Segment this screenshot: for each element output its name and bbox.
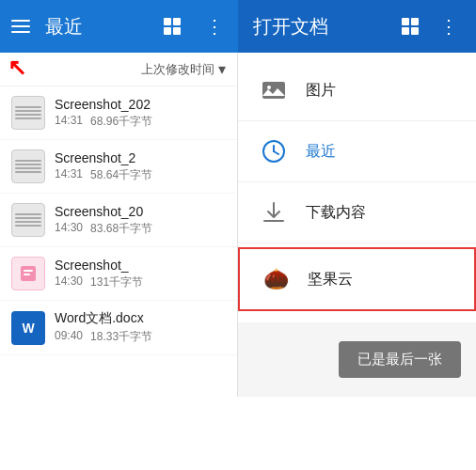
file-list: Screenshot_202 14:31 68.96千字节: [0, 86, 237, 397]
menu-item-nutcloud[interactable]: 🌰 坚果云: [238, 247, 476, 311]
bottom-section: 已是最后一张: [238, 322, 476, 397]
file-name: Screenshot_2: [55, 150, 226, 165]
menu-item-recent[interactable]: 最近: [238, 121, 476, 182]
menu-item-downloads-label: 下载内容: [306, 203, 366, 223]
file-size: 68.96千字节: [90, 114, 152, 130]
clock-icon: [257, 134, 291, 168]
svg-rect-1: [24, 270, 33, 272]
file-size: 58.64千字节: [90, 167, 152, 183]
file-thumbnail: [11, 203, 45, 237]
nut-cloud-icon: 🌰: [259, 262, 293, 296]
file-name: Screenshot_20: [55, 204, 226, 219]
file-thumbnail: [11, 96, 45, 130]
file-name: Word文档.docx: [55, 310, 226, 327]
list-item[interactable]: Screenshot_ 14:30 131千字节: [0, 247, 237, 301]
right-panel-title: 打开文档: [253, 14, 386, 39]
file-info: Screenshot_202 14:31 68.96千字节: [55, 97, 226, 130]
red-arrow-annotation: ↖: [8, 55, 26, 81]
file-time: 14:30: [55, 221, 83, 237]
sort-dropdown-icon[interactable]: ▾: [218, 60, 226, 78]
menu-list: 图片 最近: [238, 53, 476, 322]
file-thumbnail: W: [11, 311, 45, 345]
file-name: Screenshot_202: [55, 97, 226, 112]
top-bar: 最近 ⋮ 打开文档 ⋮: [0, 0, 476, 53]
download-icon: [257, 196, 291, 229]
file-meta: 14:31 58.64千字节: [55, 167, 226, 183]
file-meta: 14:30 131千字节: [55, 274, 226, 290]
file-info: Word文档.docx 09:40 18.33千字节: [55, 310, 226, 345]
sort-label: 上次修改时间: [141, 61, 214, 78]
more-options-icon[interactable]: ⋮: [200, 13, 227, 39]
list-item[interactable]: Screenshot_20 14:30 83.68千字节: [0, 194, 237, 247]
list-item[interactable]: W Word文档.docx 09:40 18.33千字节: [0, 301, 237, 355]
menu-item-recent-label: 最近: [306, 142, 336, 162]
file-meta: 09:40 18.33千字节: [55, 329, 226, 345]
menu-item-images-label: 图片: [306, 81, 336, 101]
list-item[interactable]: Screenshot_202 14:31 68.96千字节: [0, 86, 237, 140]
file-size: 18.33千字节: [90, 329, 152, 345]
file-time: 14:30: [55, 274, 83, 290]
file-info: Screenshot_20 14:30 83.68千字节: [55, 204, 226, 237]
right-panel: 图片 最近: [238, 53, 476, 397]
left-top-bar: 最近 ⋮: [0, 0, 238, 53]
file-name: Screenshot_: [55, 258, 226, 273]
file-meta: 14:31 68.96千字节: [55, 114, 226, 130]
file-time: 14:31: [55, 114, 83, 130]
file-thumbnail: [11, 257, 45, 290]
word-icon-letter: W: [22, 321, 34, 336]
left-panel: 上次修改时间 ▾ Screenshot_: [0, 53, 238, 397]
svg-rect-2: [24, 274, 30, 275]
list-item[interactable]: Screenshot_2 14:31 58.64千字节: [0, 140, 237, 194]
file-meta: 14:30 83.68千字节: [55, 221, 226, 237]
file-time: 14:31: [55, 167, 83, 183]
file-size: 83.68千字节: [90, 221, 152, 237]
main-content: 上次修改时间 ▾ Screenshot_: [0, 53, 476, 397]
file-time: 09:40: [55, 329, 83, 345]
svg-rect-3: [262, 82, 285, 99]
right-top-bar: 打开文档 ⋮: [238, 0, 476, 53]
file-size: 131千字节: [90, 274, 143, 290]
left-panel-title: 最近: [45, 14, 144, 39]
svg-point-4: [267, 86, 271, 89]
image-icon: [257, 73, 291, 107]
right-more-options-icon[interactable]: ⋮: [435, 13, 461, 39]
done-button[interactable]: 已是最后一张: [339, 341, 461, 378]
file-info: Screenshot_ 14:30 131千字节: [55, 258, 226, 290]
file-thumbnail: [11, 149, 45, 183]
menu-item-downloads[interactable]: 下载内容: [238, 182, 476, 243]
file-info: Screenshot_2 14:31 58.64千字节: [55, 150, 226, 183]
sort-bar[interactable]: 上次修改时间 ▾: [0, 53, 237, 86]
menu-item-images[interactable]: 图片: [238, 60, 476, 121]
menu-item-nutcloud-label: 坚果云: [308, 270, 353, 290]
grid-view-icon[interactable]: [159, 13, 185, 39]
right-grid-view-icon[interactable]: [397, 13, 423, 39]
svg-line-7: [274, 151, 278, 154]
menu-icon[interactable]: [11, 20, 30, 33]
